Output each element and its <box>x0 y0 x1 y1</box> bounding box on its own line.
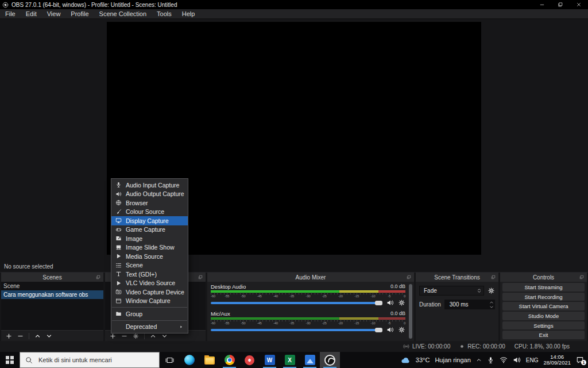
menu-item-audio-input-capture[interactable]: Audio Input Capture <box>111 181 188 190</box>
taskbar-app-explorer[interactable] <box>199 352 219 368</box>
weather-temperature[interactable]: 33°C <box>416 356 430 363</box>
remove-scene-button[interactable] <box>17 333 24 339</box>
menu-scene-collection[interactable]: Scene Collection <box>94 9 152 18</box>
taskbar-search[interactable] <box>20 352 160 368</box>
scenes-dock-header[interactable]: Scenes <box>1 273 103 282</box>
restore-button[interactable] <box>551 0 570 9</box>
volume-slider[interactable] <box>211 302 382 304</box>
dock-float-icon[interactable] <box>579 275 584 279</box>
word-app-icon: W <box>265 355 275 365</box>
menu-item-text-gdi[interactable]: Text (GDI+) <box>111 270 188 279</box>
taskbar-app-excel[interactable]: X <box>280 352 300 368</box>
volume-slider[interactable] <box>211 329 382 331</box>
language-indicator[interactable]: ENG <box>526 357 539 363</box>
taskbar-app-chrome[interactable] <box>219 352 239 368</box>
channel-gear-icon[interactable] <box>398 326 405 334</box>
menu-item-colour-source[interactable]: Colour Source <box>111 208 188 217</box>
mixer-scrollbar[interactable] <box>409 284 412 339</box>
source-properties-gear-icon[interactable] <box>133 333 139 339</box>
search-input[interactable] <box>37 356 149 364</box>
start-recording-button[interactable]: Start Recording <box>502 293 585 301</box>
taskbar-app-obs[interactable] <box>320 352 340 368</box>
menu-item-video-capture-device[interactable]: Video Capture Device <box>111 288 188 297</box>
menu-item-audio-output-capture[interactable]: Audio Output Capture <box>111 190 188 199</box>
studio-mode-button[interactable]: Studio Mode <box>502 312 585 320</box>
taskbar-app-edge[interactable] <box>179 352 199 368</box>
dock-float-icon[interactable] <box>198 275 203 279</box>
controls-header[interactable]: Controls <box>500 273 587 282</box>
dock-float-icon[interactable] <box>491 275 496 279</box>
scene-list-item[interactable]: Scene <box>1 282 103 290</box>
wifi-icon[interactable] <box>500 356 508 364</box>
obs-window: OBS 27.0.1 (64-bit, windows) - Profile: … <box>0 0 588 368</box>
menu-item-image[interactable]: Image <box>111 234 188 243</box>
mute-speaker-icon[interactable] <box>386 326 394 334</box>
meter-tick-label: -10 <box>371 321 376 325</box>
dock-float-icon[interactable] <box>96 275 100 279</box>
volume-slider-handle[interactable] <box>375 328 382 332</box>
menu-view[interactable]: View <box>42 9 66 18</box>
menu-item-display-capture[interactable]: Display Capture <box>111 216 188 225</box>
channel-gear-icon[interactable] <box>398 299 405 306</box>
remove-source-button[interactable] <box>121 333 127 339</box>
add-scene-button[interactable] <box>6 333 12 339</box>
close-button[interactable] <box>570 0 588 9</box>
mute-speaker-icon[interactable] <box>386 299 394 306</box>
duration-spinbox[interactable]: 300 ms <box>444 300 495 309</box>
tray-volume-icon[interactable] <box>513 356 521 364</box>
time: 14:06 <box>550 354 564 360</box>
meter-tick-label: -60 <box>211 321 215 325</box>
menu-item-browser[interactable]: Browser <box>111 198 188 208</box>
meter-tick-label: 0 <box>404 294 405 298</box>
taskbar-app-fan-app[interactable] <box>239 352 260 368</box>
source-move-up-button[interactable] <box>150 333 156 339</box>
settings-button[interactable]: Settings <box>502 321 585 330</box>
menu-item-scene[interactable]: Scene <box>111 261 188 270</box>
clock[interactable]: 14:06 28/09/2021 <box>543 354 571 366</box>
submenu-arrow-icon <box>179 324 184 329</box>
weather-description[interactable]: Hujan ringan <box>435 356 470 363</box>
menu-file[interactable]: File <box>0 9 21 18</box>
menu-item-image-slide-show[interactable]: Image Slide Show <box>111 243 188 252</box>
scene-list-item[interactable]: Cara menggunakan software obs <box>1 290 103 299</box>
start-streaming-button[interactable]: Start Streaming <box>502 283 585 292</box>
scenes-dock: Scenes SceneCara menggunakan software ob… <box>1 273 103 341</box>
transition-select[interactable]: Fade <box>419 286 484 296</box>
menu-profile[interactable]: Profile <box>65 9 94 18</box>
start-virtual-camera-button[interactable]: Start Virtual Camera <box>502 302 585 310</box>
menu-item-window-capture[interactable]: Window Capture <box>111 297 188 306</box>
exit-button[interactable]: Exit <box>502 331 585 339</box>
tray-chevron-up-icon[interactable] <box>476 357 482 363</box>
menu-item-label: Display Capture <box>126 217 169 224</box>
start-button[interactable] <box>0 352 20 368</box>
scene-move-down-button[interactable] <box>46 333 52 339</box>
menu-item-vlc-video-source[interactable]: VLC Video Source <box>111 279 188 288</box>
weather-cloud-icon[interactable] <box>401 355 411 365</box>
notification-center-button[interactable]: 1 <box>576 356 584 364</box>
menu-tools[interactable]: Tools <box>152 9 177 18</box>
task-view-button[interactable] <box>160 352 179 368</box>
scene-transitions-header[interactable]: Scene Transitions <box>416 273 498 282</box>
tray-microphone-icon[interactable] <box>487 356 494 364</box>
taskbar-app-photos[interactable] <box>300 352 320 368</box>
menu-item-game-capture[interactable]: Game Capture <box>111 225 188 235</box>
dock-float-icon[interactable] <box>407 275 411 279</box>
window-icon <box>115 297 122 304</box>
menu-edit[interactable]: Edit <box>21 9 42 18</box>
taskbar-app-word[interactable]: W <box>260 352 280 368</box>
volume-slider-handle[interactable] <box>375 301 382 305</box>
spinbox-arrows-icon[interactable] <box>489 300 494 309</box>
menu-item-media-source[interactable]: Media Source <box>111 252 188 261</box>
menu-item-deprecated[interactable]: Deprecated <box>111 323 188 332</box>
explorer-app-icon <box>204 356 215 365</box>
source-move-down-button[interactable] <box>161 333 168 339</box>
blank-icon <box>115 323 122 330</box>
audio-mixer-header[interactable]: Audio Mixer <box>207 273 414 282</box>
select-spinner-icon[interactable] <box>477 288 482 293</box>
add-source-button[interactable] <box>110 333 116 339</box>
menu-item-group[interactable]: Group <box>111 309 188 319</box>
scene-move-up-button[interactable] <box>34 333 41 339</box>
minimize-button[interactable] <box>533 0 551 9</box>
menu-help[interactable]: Help <box>177 9 200 18</box>
transition-gear-icon[interactable] <box>488 287 495 294</box>
